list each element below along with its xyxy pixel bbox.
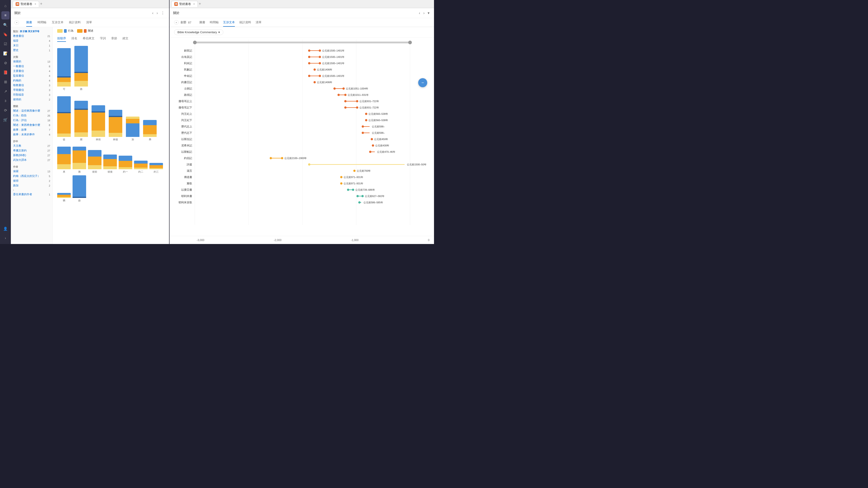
bar-gal[interactable] [126,117,140,137]
bar-rev[interactable] [72,175,86,198]
home-icon[interactable]: ⌂ [1,2,9,10]
bar-group-1cor: 林前 [92,105,105,141]
cat-row-church[interactable]: 教會書信21 [11,34,53,38]
right-tab-timeline[interactable]: 時間軸 [210,19,219,27]
bar-romans[interactable] [74,101,88,137]
cat-row-pastoral[interactable]: 牧教書信3 [11,83,53,88]
left-back-btn[interactable]: ‹ [151,11,154,15]
cat-row-author-luke[interactable]: 路加2 [11,183,53,188]
search-icon[interactable]: 🔍 [1,21,9,29]
left-tab-close[interactable]: × [35,2,36,6]
fab-minus[interactable]: − [418,78,427,87]
grid-icon[interactable]: ⊞ [1,78,9,86]
note-icon[interactable]: 📝 [1,49,9,57]
cat-row-genre4[interactable]: 闡述：東西將會像什麼8 [11,123,53,127]
cat-row-catholic[interactable]: 天主教27 [11,143,53,148]
left-tab-charts[interactable]: 圖書 [26,19,32,27]
left-tab-stats[interactable]: 統計資料 [69,19,81,27]
cat-row-peter[interactable]: 彼得的2 [11,97,53,102]
bookmark-icon[interactable]: 🔖 [1,30,9,38]
cat-row-genre3[interactable]: 行為：評估18 [11,118,53,123]
cat-row-expand[interactable]: › [11,188,53,192]
cat-row-history[interactable]: 歷史1 [11,48,53,53]
badge-icon[interactable]: 3 [1,97,9,105]
cat-row-gospel[interactable]: 福音4 [11,38,53,43]
sync-icon[interactable]: ⟳ [1,106,9,114]
cat-row-genre2[interactable]: 行為：勸告26 [11,113,53,118]
sort-word[interactable]: 字詞 [100,35,106,42]
cat-row-author-peter[interactable]: 彼得2 [11,178,53,183]
bar-group-james: 雅 [72,147,86,173]
right-tab-add[interactable]: + [198,2,202,6]
cat-row-author-other[interactable]: 委任來書的作者1 [11,192,53,197]
right-dropdown-btn[interactable]: ▾ [427,10,430,15]
right-collapse-btn[interactable]: » [174,20,179,25]
check-icon[interactable]: ☑ [1,40,9,48]
cat-row-john[interactable]: 約翰的4 [11,78,53,83]
expand-icon[interactable]: › [1,234,9,242]
right-tab-close[interactable]: × [193,2,195,6]
bar-mark[interactable] [57,48,71,87]
sort-chapter[interactable]: 章節 [111,35,117,42]
user-icon[interactable]: 👤 [1,225,9,233]
left-tab-active[interactable]: 📖 聖經書卷 × [13,1,39,7]
bar-luke[interactable] [74,46,88,87]
bar-2john[interactable] [134,161,148,169]
cat-row-major[interactable]: 主要書信4 [11,69,53,73]
bar-3john[interactable] [149,163,163,169]
right-tab-list[interactable]: 清單 [256,19,261,27]
left-tab-add[interactable]: + [39,2,43,6]
library-icon[interactable]: ≡ [1,11,9,20]
left-forward-btn[interactable]: › [156,11,159,15]
cat-row-genre1[interactable]: 闡述：這些東西像什麼27 [11,108,53,113]
bar-eph[interactable] [143,120,157,137]
cat-row-apocalypse[interactable]: 末日1 [11,43,53,48]
cat-row-synoptic[interactable]: 符類福音3 [11,92,53,97]
cat-row-general[interactable]: 一般書信8 [11,64,53,69]
bar-jude[interactable] [57,193,71,198]
bar-1cor[interactable] [92,105,105,137]
cat-row-paul[interactable]: 保羅的13 [11,59,53,64]
bar-2cor[interactable] [109,110,122,137]
row-label-esth: 以斯帖記 [181,150,192,153]
left-tab-cross-ref[interactable]: 互涉文本 [52,19,64,27]
cat-row-genre5[interactable]: 敘事：故事7 [11,127,53,132]
sort-verse[interactable]: 經文 [123,35,128,42]
right-tab-stats[interactable]: 統計資料 [239,19,251,27]
left-more-btn[interactable]: ⋮ [160,10,165,15]
cat-row-author-john[interactable]: 約翰（西庇太的兒子）5 [11,174,53,178]
share-icon[interactable]: ↗ [1,87,9,95]
cat-row-author-paul[interactable]: 保羅13 [11,169,53,174]
collapse-btn[interactable]: « [14,20,19,25]
prohibited-icon[interactable]: ⊘ [1,59,9,67]
date-genesis: 公元前1500–1401年 [322,49,344,52]
bar-acts[interactable] [57,96,71,137]
dot-num [313,68,316,71]
sort-hebrew[interactable]: 希伯來文 [83,35,94,42]
bar-james[interactable] [72,147,86,169]
cat-row-early[interactable]: 早期書信3 [11,88,53,92]
cat-row-vulgate[interactable]: 武加大譯本27 [11,158,53,162]
bar-2pet[interactable] [103,155,117,169]
cat-row-genre6[interactable]: 敘事：未來的事件4 [11,132,53,137]
right-tab-active[interactable]: 📖 聖經書卷 × [171,1,198,7]
left-tab-timeline[interactable]: 時間軸 [37,19,46,27]
bar-1pet[interactable] [88,150,101,169]
right-back-btn[interactable]: ‹ [418,11,421,15]
timeline-container[interactable]: 創世記 公元前1500–1401年 出埃及記 公元前1500–1401年 利未記 [169,37,434,236]
cat-row-protestant[interactable]: 新教(66巻)27 [11,153,53,158]
right-forward-btn[interactable]: › [423,11,426,15]
cat-row-greek[interactable]: 希臘文新約27 [11,148,53,153]
bible-icon[interactable]: 📕 [1,68,9,76]
bar-1john[interactable] [119,156,132,169]
book-selector-btn[interactable]: Bible Knowledge Commentary ▾ [174,29,223,35]
bar-1pet-orange [88,157,101,165]
sort-rank[interactable]: 排名 [71,35,77,42]
cart-icon[interactable]: 🛒 [1,116,9,124]
cat-row-prison[interactable]: 監獄書信4 [11,73,53,78]
left-tab-list[interactable]: 清單 [86,19,92,27]
right-tab-charts[interactable]: 圖書 [199,19,205,27]
sort-order[interactable]: 按順序 [57,35,66,42]
right-tab-cross-ref[interactable]: 互涉文本 [223,19,235,27]
bar-heb[interactable] [57,147,71,169]
